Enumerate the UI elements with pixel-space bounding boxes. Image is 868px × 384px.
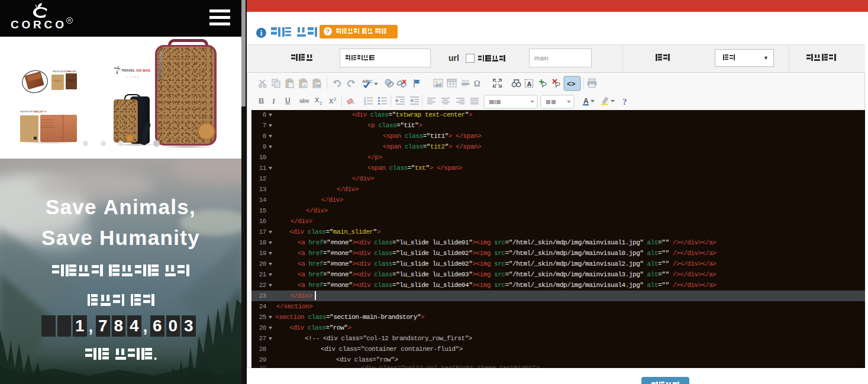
svg-text:X: X [329,98,334,105]
svg-text:?: ? [622,97,627,107]
svg-text:B: B [259,96,264,105]
svg-text:W: W [316,83,321,88]
svg-text:A: A [303,83,306,88]
svg-text:3: 3 [364,102,366,106]
svg-text:Ω: Ω [474,79,480,88]
svg-text:2: 2 [334,96,337,102]
svg-text:A: A [583,97,589,105]
svg-text:X: X [315,96,320,104]
svg-text:A: A [527,80,532,88]
svg-text:abe: abe [299,98,309,104]
svg-text:I: I [272,96,276,105]
svg-text:<>: <> [567,80,575,89]
svg-text:U: U [285,96,291,105]
svg-text:2: 2 [320,101,322,106]
svg-text:ABC: ABC [362,79,373,84]
